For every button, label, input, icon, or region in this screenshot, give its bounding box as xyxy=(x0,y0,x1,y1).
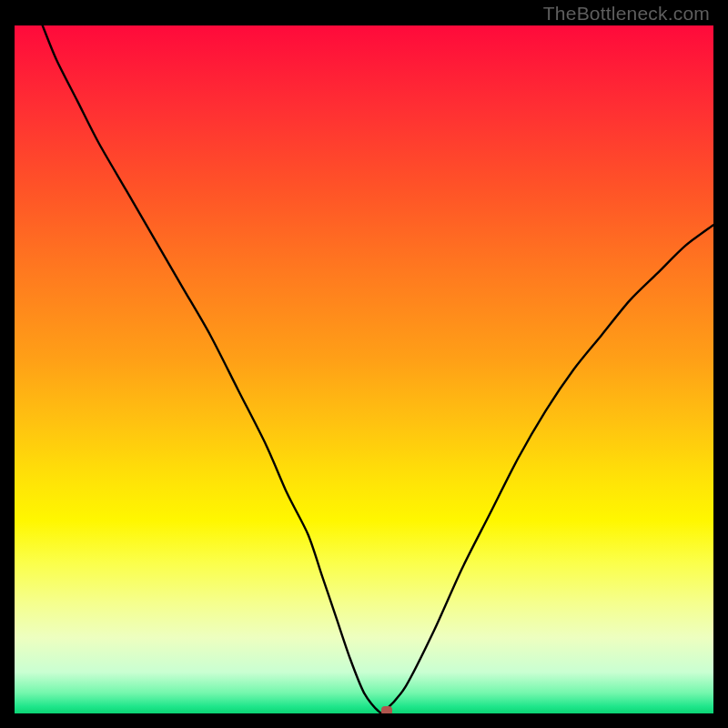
bottleneck-curve xyxy=(43,25,713,713)
plot-area xyxy=(15,25,713,713)
watermark-text: TheBottleneck.com xyxy=(543,3,710,25)
chart-frame: TheBottleneck.com xyxy=(0,0,728,728)
curve-svg xyxy=(15,25,713,713)
minimum-marker xyxy=(381,706,392,713)
